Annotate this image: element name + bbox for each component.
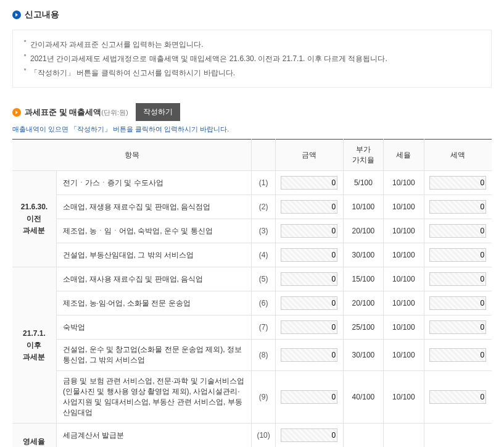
page-title: 신고내용 [25, 9, 59, 20]
vat-cell: 30/100 [343, 340, 383, 371]
group-after: 21.7.1. 이후 과세분 [12, 267, 56, 424]
rate-cell: 10/100 [384, 171, 424, 195]
vat-cell: 20/100 [343, 219, 383, 243]
row-no: (4) [252, 243, 275, 267]
vat-cell [343, 424, 383, 447]
row-no: (8) [252, 340, 275, 371]
unit-label: (단위:원) [101, 109, 128, 116]
th-vat: 부가 가치율 [343, 140, 383, 171]
amount-input[interactable] [281, 296, 337, 310]
row-no: (6) [252, 291, 275, 315]
tax-input[interactable] [429, 320, 486, 334]
rate-cell: 10/100 [384, 291, 424, 315]
section-bullet-icon [12, 10, 21, 19]
rate-cell: 10/100 [384, 371, 424, 424]
vat-cell: 15/100 [343, 267, 383, 291]
rate-cell: 10/100 [384, 267, 424, 291]
amount-input[interactable] [281, 272, 337, 286]
amount-input[interactable] [281, 200, 337, 214]
th-tax: 세액 [424, 140, 492, 171]
amount-input[interactable] [281, 320, 337, 334]
th-item: 항목 [12, 140, 252, 171]
tax-cell [424, 424, 492, 447]
tax-input[interactable] [429, 272, 486, 286]
rate-cell: 10/100 [384, 315, 424, 340]
tax-input[interactable] [429, 224, 486, 238]
table-row: 21.7.1. 이후 과세분 소매업, 재사용 재료수집 및 판매업, 음식업 … [12, 267, 492, 291]
amount-input[interactable] [281, 224, 337, 238]
vat-cell: 20/100 [343, 291, 383, 315]
rate-cell: 10/100 [384, 219, 424, 243]
info-box: 간이과세자 과세표준 신고서를 입력하는 화면입니다. 2021년 간이과세제도… [12, 30, 492, 88]
rate-cell: 10/100 [384, 340, 424, 371]
rate-cell [384, 424, 424, 447]
sub-title: 과세표준 및 매출세액(단위:원) [25, 107, 128, 118]
row-no: (7) [252, 315, 275, 340]
vat-cell: 25/100 [343, 315, 383, 340]
item-label: 금융 및 보험 관련 서비스업, 전문·과학 및 기술서비스업(인물사진 및 행… [56, 371, 251, 424]
info-line: 간이과세자 과세표준 신고서를 입력하는 화면입니다. [24, 38, 480, 52]
amount-input[interactable] [281, 428, 337, 442]
tax-input[interactable] [429, 176, 486, 190]
item-label: 건설업, 운수 및 창고업(소화물 전문 운송업 제외), 정보통신업, 그 밖… [56, 340, 251, 371]
table-row: 영세율 적용분 세금계산서 발급분 (10) [12, 424, 492, 447]
item-label: 소매업, 재사용 재료수집 및 판매업, 음식업 [56, 267, 251, 291]
tax-input[interactable] [429, 348, 486, 362]
amount-input[interactable] [281, 390, 337, 404]
tax-input[interactable] [429, 296, 486, 310]
item-label: 제조업, 농ㆍ임ㆍ어업, 숙박업, 운수 및 통신업 [56, 219, 251, 243]
rate-cell: 10/100 [384, 243, 424, 267]
table-row: 21.6.30. 이전 과세분 전기ㆍ가스ㆍ증기 및 수도사업 (1) 5/10… [12, 171, 492, 195]
row-no: (9) [252, 371, 275, 424]
table-row: 건설업, 운수 및 창고업(소화물 전문 운송업 제외), 정보통신업, 그 밖… [12, 340, 492, 371]
th-amount: 금액 [275, 140, 343, 171]
item-label: 소매업, 재생용 재료수집 및 판매업, 음식점업 [56, 195, 251, 219]
table-row: 제조업, 농·임·어업, 소화물 전문 운송업 (6) 20/100 10/10… [12, 291, 492, 315]
tax-input[interactable] [429, 390, 486, 404]
table-row: 소매업, 재생용 재료수집 및 판매업, 음식점업 (2) 10/100 10/… [12, 195, 492, 219]
sub-bullet-icon [12, 108, 21, 117]
item-label: 숙박업 [56, 315, 251, 340]
tax-input[interactable] [429, 200, 486, 214]
vat-cell: 5/100 [343, 171, 383, 195]
vat-cell: 10/100 [343, 195, 383, 219]
row-no: (10) [252, 424, 275, 447]
table-row: 건설업, 부동산임대업, 그 밖의 서비스업 (4) 30/100 10/100 [12, 243, 492, 267]
item-label: 전기ㆍ가스ㆍ증기 및 수도사업 [56, 171, 251, 195]
row-no: (2) [252, 195, 275, 219]
hint-text: 매출내역이 있으면 「작성하기」 버튼을 클릭하여 입력하시기 바랍니다. [12, 125, 492, 134]
table-row: 금융 및 보험 관련 서비스업, 전문·과학 및 기술서비스업(인물사진 및 행… [12, 371, 492, 424]
amount-input[interactable] [281, 176, 337, 190]
amount-input[interactable] [281, 348, 337, 362]
write-button[interactable]: 작성하기 [136, 103, 180, 121]
rate-cell: 10/100 [384, 195, 424, 219]
item-label: 제조업, 농·임·어업, 소화물 전문 운송업 [56, 291, 251, 315]
th-rate: 세율 [384, 140, 424, 171]
tax-input[interactable] [429, 248, 486, 262]
table-row: 제조업, 농ㆍ임ㆍ어업, 숙박업, 운수 및 통신업 (3) 20/100 10… [12, 219, 492, 243]
row-no: (1) [252, 171, 275, 195]
info-line: 2021년 간이과세제도 세법개정으로 매출세액 및 매입세액은 21.6.30… [24, 52, 480, 66]
tax-table: 항목 금액 부가 가치율 세율 세액 21.6.30. 이전 과세분 전기ㆍ가스… [12, 139, 492, 447]
group-zero-rate: 영세율 적용분 [12, 424, 56, 447]
amount-input[interactable] [281, 248, 337, 262]
info-line: 「작성하기」 버튼을 클릭하여 신고서를 입력하시기 바랍니다. [24, 66, 480, 80]
vat-cell: 40/100 [343, 371, 383, 424]
vat-cell: 30/100 [343, 243, 383, 267]
table-row: 숙박업 (7) 25/100 10/100 [12, 315, 492, 340]
item-label: 세금계산서 발급분 [56, 424, 251, 447]
item-label: 건설업, 부동산임대업, 그 밖의 서비스업 [56, 243, 251, 267]
row-no: (3) [252, 219, 275, 243]
group-before: 21.6.30. 이전 과세분 [12, 171, 56, 267]
row-no: (5) [252, 267, 275, 291]
th-blank [252, 140, 275, 171]
